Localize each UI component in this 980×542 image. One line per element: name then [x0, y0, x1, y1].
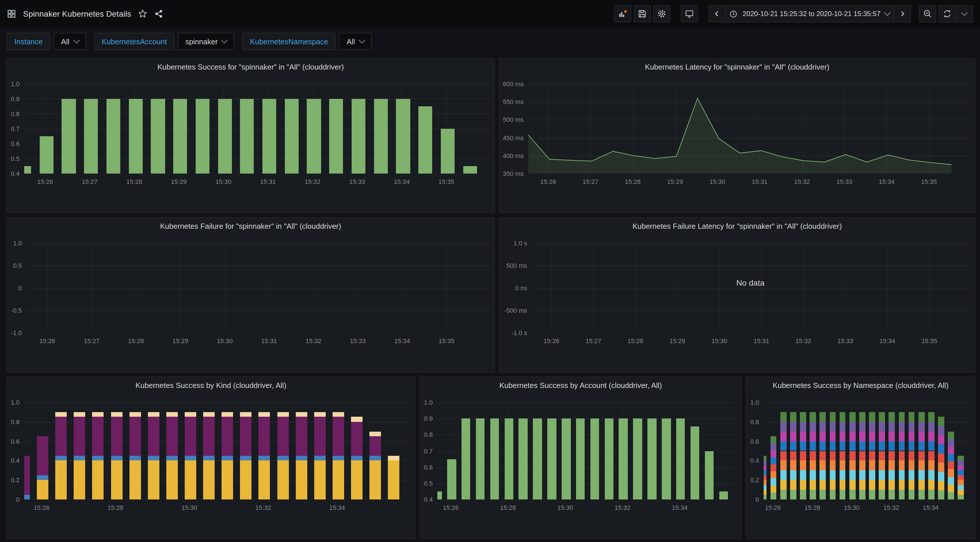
x-tick-label: 15:33	[349, 178, 365, 185]
y-tick-label: 0.8	[11, 110, 19, 118]
x-tick-label: 15:35	[921, 338, 937, 344]
chart-bar	[829, 451, 835, 461]
chart-bar	[396, 99, 410, 174]
chart-bar	[351, 422, 363, 456]
refresh-icon	[943, 9, 952, 18]
refresh-interval-dropdown[interactable]	[956, 5, 973, 22]
chevron-down-icon	[73, 37, 80, 44]
chart-bar	[958, 490, 964, 494]
chart-bar	[166, 417, 178, 456]
chart-bar	[369, 456, 381, 461]
chart-bar	[820, 441, 826, 451]
time-shift-forward-button[interactable]	[894, 5, 911, 22]
variable-instance-value[interactable]: All	[54, 33, 86, 50]
y-tick-label: 0.7	[11, 125, 19, 133]
chart-bar	[850, 490, 856, 499]
chart-bar	[476, 418, 485, 499]
chart-bar	[790, 461, 796, 471]
cycle-view-mode-button[interactable]	[681, 5, 698, 22]
plot-area[interactable]: No data	[532, 235, 969, 333]
plot-area[interactable]	[24, 394, 409, 499]
chart-bar	[780, 422, 786, 432]
chart-bar	[111, 456, 122, 461]
chart-bar	[662, 418, 671, 499]
save-dashboard-button[interactable]	[634, 5, 651, 22]
chart-bar	[619, 418, 628, 499]
variable-instance-label[interactable]: Instance	[7, 33, 50, 50]
chart-bar	[55, 412, 67, 417]
y-axis-labels: 1.00.80.60.40.20	[7, 394, 19, 499]
chart-bar	[948, 447, 954, 454]
chart-bar	[240, 412, 252, 417]
gridline-horizontal	[27, 266, 488, 266]
chart-bar	[829, 412, 835, 422]
chart-bar	[218, 99, 232, 174]
plot-area[interactable]	[764, 394, 969, 499]
chart-bar	[850, 412, 856, 422]
share-icon[interactable]	[154, 9, 164, 18]
y-tick-label: 0.5	[424, 479, 433, 487]
gridline-horizontal	[532, 311, 969, 311]
y-axis-labels: 1.00.80.60.40.20	[746, 394, 759, 499]
chart-bar	[764, 461, 767, 466]
plot-area[interactable]	[438, 394, 735, 499]
chart-bar	[850, 431, 856, 441]
chart-bar	[869, 471, 875, 480]
star-icon[interactable]	[138, 9, 147, 18]
time-range-text: 2020-10-21 15:25:32 to 2020-10-21 15:35:…	[741, 10, 881, 18]
y-tick-label: 0.6	[11, 139, 19, 148]
plot-area[interactable]	[528, 76, 969, 174]
chart-bar	[447, 459, 456, 499]
plot-area[interactable]	[27, 235, 488, 333]
chart-bar	[92, 461, 104, 499]
x-tick-label: 15:30	[217, 338, 232, 344]
chart-bar	[780, 431, 786, 441]
chart-bar	[928, 412, 934, 422]
chart-bar	[259, 456, 270, 461]
chart-bar	[899, 441, 905, 451]
chart-bar	[770, 458, 776, 464]
y-tick-label: 1.0	[11, 398, 19, 406]
chart-bar	[770, 450, 776, 457]
chart-bar	[790, 480, 796, 490]
chart-bar	[810, 431, 816, 441]
dashboard-grid-icon[interactable]	[7, 9, 16, 18]
x-tick-label: 15:32	[614, 504, 630, 511]
chart-bar	[203, 412, 215, 417]
chart-bar	[562, 418, 571, 499]
zoom-out-time-button[interactable]	[919, 5, 936, 22]
dashboard-settings-button[interactable]	[654, 5, 671, 22]
variable-kubernetes-namespace-value[interactable]: All	[339, 33, 372, 50]
x-tick-label: 15:28	[500, 504, 516, 511]
chart-bar	[374, 99, 388, 174]
variable-kubernetes-account-label[interactable]: KubernetesAccount	[94, 33, 174, 50]
plot-area[interactable]	[24, 76, 488, 174]
chart-bar	[764, 466, 767, 471]
time-shift-back-button[interactable]	[709, 5, 726, 22]
gridline-horizontal	[764, 403, 969, 403]
chart-bar	[770, 436, 776, 443]
chart-bar	[889, 412, 895, 422]
chart-bar	[948, 454, 954, 461]
time-range-picker[interactable]: 2020-10-21 15:25:32 to 2020-10-21 15:35:…	[726, 5, 894, 22]
gridline-horizontal	[27, 243, 488, 244]
chart-bar	[869, 451, 875, 461]
chart-bar	[221, 456, 233, 461]
x-tick-label: 15:30	[215, 178, 231, 185]
x-tick-label: 15:28	[805, 504, 820, 511]
chart-bar	[314, 456, 326, 461]
refresh-button[interactable]	[939, 5, 956, 22]
x-tick-label: 15:26	[40, 338, 55, 344]
x-tick-label: 15:26	[37, 178, 53, 185]
variable-kubernetes-account-value[interactable]: spinnaker	[178, 33, 234, 50]
dashboard-title[interactable]: Spinnaker Kubernetes Details	[23, 9, 131, 18]
chart-bar	[810, 471, 816, 480]
add-panel-button[interactable]	[614, 5, 632, 22]
chart-bar	[111, 461, 122, 499]
chart-bar	[129, 412, 141, 417]
chart-bar	[151, 99, 165, 174]
variable-kubernetes-namespace-label[interactable]: KubernetesNamespace	[243, 33, 336, 50]
chart-bar	[166, 456, 178, 461]
chart-bar	[928, 490, 934, 499]
chart-bar	[800, 471, 806, 480]
